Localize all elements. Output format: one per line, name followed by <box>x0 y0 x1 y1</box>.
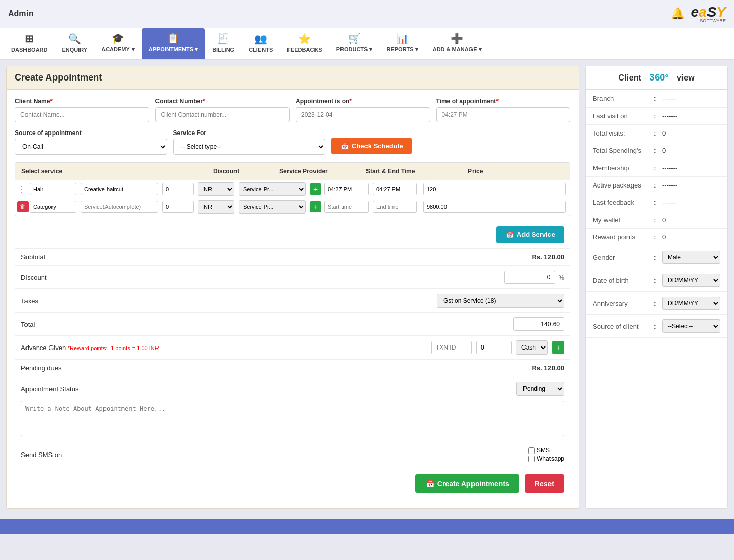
provider-select-2[interactable]: Service Pr... <box>239 200 306 214</box>
add-payment-button[interactable]: + <box>552 341 564 354</box>
sms-checkbox[interactable] <box>528 447 535 454</box>
appointment-status-row: Appointment Status Pending Confirmed Can… <box>15 377 570 401</box>
th-time: Start & End Time <box>362 163 464 180</box>
form-row-1: Client Name* Contact Number* Appointment… <box>15 98 570 122</box>
contact-number-group: Contact Number* <box>155 98 290 122</box>
rp-gender-label: Gender <box>593 254 654 261</box>
rp-anniversary-row: Anniversary : DD/MM/YY <box>586 292 727 315</box>
total-input[interactable] <box>513 317 564 331</box>
nav-item-products[interactable]: 🛒 PRODUCTS ▾ <box>329 28 380 59</box>
create-appointments-button[interactable]: 📅 Create Appointments <box>415 474 519 493</box>
advance-amount-input[interactable] <box>476 341 512 354</box>
notes-textarea[interactable] <box>21 401 564 436</box>
category-input[interactable] <box>30 183 76 195</box>
nav-label-appointments: APPOINTMENTS ▾ <box>149 46 198 53</box>
nav-item-dashboard[interactable]: ⊞ DASHBOARD <box>4 28 55 59</box>
form-title: Create Appointment <box>7 66 579 90</box>
appointments-icon: 📋 <box>167 32 179 44</box>
nav-label-add-manage: ADD & MANAGE ▾ <box>433 46 482 53</box>
service-for-label: Service For <box>173 129 326 137</box>
nav-label-reports: REPORTS ▾ <box>386 46 418 53</box>
end-time-input[interactable] <box>373 183 417 195</box>
nav-label-enquiry: ENQUIRY <box>62 47 88 53</box>
rp-gender-row: Gender : Male Female Other <box>586 246 727 269</box>
nav-item-billing[interactable]: 🧾 BILLING <box>205 28 242 59</box>
advance-label: Advance Given *Reward points:- 1 points … <box>21 344 427 352</box>
drag-handle-icon[interactable]: ⋮ <box>15 184 28 194</box>
client-name-label: Client Name* <box>15 98 149 105</box>
price-input[interactable] <box>423 183 566 195</box>
service-row: 🗑 INR % <box>15 198 570 216</box>
nav-item-reports[interactable]: 📊 REPORTS ▾ <box>379 28 425 59</box>
appointment-time-label: Time of appointment* <box>436 98 571 105</box>
rp-dob-select[interactable]: DD/MM/YY <box>662 274 720 287</box>
end-time-input-2[interactable] <box>373 201 417 213</box>
rp-anniversary-select[interactable]: DD/MM/YY <box>662 297 720 310</box>
nav-item-clients[interactable]: 👥 CLIENTS <box>242 28 280 59</box>
subtotal-row: Subtotal Rs. 120.00 <box>15 248 570 265</box>
rp-total-spending-label: Total Spending's <box>593 147 654 154</box>
price-input-2[interactable] <box>423 201 566 213</box>
client-360-badge: 360° <box>649 72 668 83</box>
discount-input-2[interactable] <box>162 201 194 213</box>
sms-label: Send SMS on <box>21 451 528 459</box>
rp-source-select[interactable]: --Select-- <box>662 319 720 333</box>
start-time-cell <box>322 181 371 197</box>
rp-gender-select[interactable]: Male Female Other <box>662 251 720 264</box>
appointment-date-input[interactable] <box>296 107 430 122</box>
add-provider-button[interactable]: + <box>310 183 321 195</box>
client-360-header: Client 360° view <box>586 66 727 90</box>
category-input-2[interactable] <box>30 201 76 213</box>
start-time-input-2[interactable] <box>324 201 369 213</box>
source-select[interactable]: On-Call Walk-in Online <box>15 139 167 155</box>
rp-last-visit-label: Last visit on <box>593 112 654 120</box>
nav-item-add-manage[interactable]: ➕ ADD & MANAGE ▾ <box>426 28 489 59</box>
reports-icon: 📊 <box>396 32 409 44</box>
source-group: Source of appointment On-Call Walk-in On… <box>15 129 167 155</box>
nav-item-appointments[interactable]: 📋 APPOINTMENTS ▾ <box>142 28 205 59</box>
contact-number-input[interactable] <box>155 107 290 122</box>
client-name-input[interactable] <box>15 107 149 122</box>
page-footer <box>0 519 734 534</box>
service-table: Select service Discount Service Provider… <box>15 162 570 216</box>
taxes-select[interactable]: Gst on Service (18) <box>437 294 564 308</box>
service-cell-2 <box>78 199 160 215</box>
subtotal-value: Rs. 120.00 <box>523 253 564 261</box>
check-schedule-button[interactable]: 📅 Check Schedule <box>331 138 412 154</box>
th-select-service: Select service <box>15 163 209 180</box>
appointment-time-input[interactable] <box>436 107 571 122</box>
provider-select[interactable]: Service Pr... <box>239 182 306 196</box>
start-time-cell-2 <box>322 199 371 215</box>
billing-icon: 🧾 <box>217 33 230 45</box>
rp-branch-value: ------- <box>662 95 720 102</box>
client-name-group: Client Name* <box>15 98 149 122</box>
category-cell-2 <box>28 199 78 215</box>
rp-total-visits-value: 0 <box>662 129 720 137</box>
rp-last-visit-value: ------- <box>662 112 720 120</box>
nav-item-academy[interactable]: 🎓 ACADEMY ▾ <box>94 28 141 59</box>
rp-dob-row: Date of birth : DD/MM/YY <box>586 269 727 292</box>
add-service-button[interactable]: 📅 Add Service <box>496 226 564 243</box>
discount-input[interactable] <box>162 183 194 195</box>
rp-reward-points-value: 0 <box>662 233 720 241</box>
currency-select[interactable]: INR % <box>198 182 234 196</box>
discount-summary-input[interactable] <box>504 271 555 284</box>
reset-button[interactable]: Reset <box>525 474 564 493</box>
delete-service-button[interactable]: 🗑 <box>17 201 29 212</box>
currency-select-2[interactable]: INR % <box>198 200 234 214</box>
nav-label-products: PRODUCTS ▾ <box>336 46 373 53</box>
service-input-2[interactable] <box>81 201 158 213</box>
dashboard-icon: ⊞ <box>25 33 34 45</box>
nav-item-enquiry[interactable]: 🔍 ENQUIRY <box>55 28 95 59</box>
main-layout: Create Appointment Client Name* Contact … <box>0 60 734 515</box>
service-for-select[interactable]: -- Select type-- <box>173 139 326 155</box>
payment-method-select[interactable]: Cash Card UPI <box>516 340 548 355</box>
nav-item-feedbacks[interactable]: ⭐ FEEDBACKS <box>280 28 329 59</box>
service-input[interactable] <box>81 183 158 195</box>
appointment-status-select[interactable]: Pending Confirmed Cancelled <box>516 382 564 396</box>
txn-input[interactable] <box>431 341 472 354</box>
whatsapp-checkbox[interactable] <box>528 456 535 462</box>
nav-label-billing: BILLING <box>212 47 234 53</box>
start-time-input[interactable] <box>324 183 369 195</box>
add-provider-button-2[interactable]: + <box>310 201 321 212</box>
